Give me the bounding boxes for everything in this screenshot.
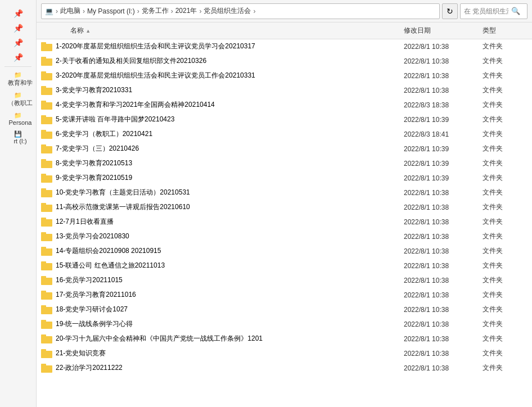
table-row[interactable]: 19-统一战线条例学习心得2022/8/1 10:38文件夹	[37, 317, 532, 332]
file-date: 2022/8/1 10:38	[404, 43, 483, 51]
file-date: 2022/8/1 10:38	[404, 320, 483, 328]
file-name: 1-2020年度基层党组织组织生活会和民主评议党员学习会20210317	[56, 42, 404, 51]
table-row[interactable]: 21-党史知识竞赛2022/8/1 10:38文件夹	[37, 346, 532, 361]
file-type: 文件夹	[483, 290, 528, 300]
table-row[interactable]: 3-2020年度基层党组织组织生活会和民主评议党员工作会202103312022…	[37, 69, 532, 83]
table-row[interactable]: 7-党史学习（三）202104262022/8/1 10:39文件夹	[37, 142, 532, 156]
table-row[interactable]: 9-党史学习教育202105192022/8/1 10:39文件夹	[37, 171, 532, 186]
file-date: 2022/8/1 10:39	[404, 160, 483, 168]
file-type: 文件夹	[483, 100, 528, 110]
breadcrumb-dangwu[interactable]: 党务工作	[142, 6, 169, 16]
file-name: 16-党员学习20211015	[56, 275, 404, 285]
file-name: 12-7月1日收看直播	[56, 217, 404, 227]
file-date: 2022/8/1 10:39	[404, 174, 483, 182]
folder-icon	[41, 276, 52, 285]
table-row[interactable]: 4-党史学习教育和学习2021年全国两会精神202104142022/8/3 1…	[37, 98, 532, 112]
folder-icon	[41, 101, 52, 110]
breadcrumb-sep-4: ›	[171, 7, 173, 15]
file-name: 7-党史学习（三）20210426	[56, 144, 404, 153]
sidebar-item-jiaozhi[interactable]: 📁 （教职工	[0, 89, 36, 110]
breadcrumb-computer-text[interactable]: 此电脑	[60, 6, 80, 16]
search-icon: 🔍	[511, 7, 520, 15]
folder-icon	[41, 320, 52, 329]
table-row[interactable]: 12-7月1日收看直播2022/8/1 10:38文件夹	[37, 215, 532, 229]
file-name: 8-党史学习教育20210513	[56, 159, 404, 168]
file-date: 2022/8/1 10:39	[404, 145, 483, 153]
table-row[interactable]: 3-党史学习教育202103312022/8/1 10:38文件夹	[37, 83, 532, 98]
file-type: 文件夹	[483, 56, 528, 66]
folder-icon	[41, 71, 52, 80]
sidebar-divider	[4, 66, 31, 67]
file-type: 文件夹	[483, 363, 528, 373]
table-row[interactable]: 20-学习十九届六中全会精神和《中国共产党统一战线工作条例》12012022/8…	[37, 332, 532, 346]
file-type: 文件夹	[483, 85, 528, 95]
folder-icon	[41, 42, 52, 51]
table-row[interactable]: 13-党员学习会202108302022/8/1 10:38文件夹	[37, 229, 532, 244]
folder-icon: 📁	[3, 71, 33, 79]
file-date: 2022/8/1 10:38	[404, 72, 483, 80]
table-row[interactable]: 18-党史学习研讨会10272022/8/1 10:38文件夹	[37, 302, 532, 317]
folder-icon-2: 📁	[3, 92, 33, 99]
folder-icon	[41, 305, 52, 314]
address-bar: 💻 › 此电脑 › My Passport (I:) › 党务工作 › 2021…	[37, 0, 532, 22]
folder-icon	[41, 115, 52, 124]
file-name: 11-高校示范微党课第一讲观后报告20210610	[56, 202, 404, 212]
table-row[interactable]: 16-党员学习202110152022/8/1 10:38文件夹	[37, 273, 532, 288]
col-header-name[interactable]: 名称 ▲	[70, 26, 404, 35]
folder-icon	[41, 188, 52, 197]
file-name: 14-专题组织会20210908 20210915	[56, 246, 404, 256]
sidebar-item-passport[interactable]: 💾 rt (I:)	[0, 128, 36, 147]
file-date: 2022/8/1 10:38	[404, 218, 483, 226]
table-row[interactable]: 6-党史学习（教职工）202104212022/8/3 18:41文件夹	[37, 127, 532, 142]
pin-icon-2[interactable]: 📌	[11, 21, 25, 35]
table-row[interactable]: 14-专题组织会20210908 202109152022/8/1 10:38文…	[37, 244, 532, 259]
folder-icon	[41, 218, 52, 227]
folder-icon	[41, 261, 52, 270]
file-type: 文件夹	[483, 232, 528, 241]
sort-arrow-name: ▲	[85, 28, 91, 34]
file-name: 2-关于收看的通知及相关回复组织部文件20210326	[56, 56, 404, 66]
file-date: 2022/8/1 10:38	[404, 262, 483, 270]
sidebar-item-label-3: Persona	[3, 119, 36, 126]
breadcrumb-passport[interactable]: My Passport (I:)	[87, 7, 135, 15]
sidebar-item-jiaoyuhe[interactable]: 📁 教育和学	[0, 69, 36, 89]
table-row[interactable]: 10-党史学习教育（主题党日活动）202105312022/8/1 10:38文…	[37, 186, 532, 200]
table-row[interactable]: 5-党课开讲啦 百年寻路中国梦202104232022/8/1 10:39文件夹	[37, 112, 532, 127]
col-header-type[interactable]: 类型	[483, 26, 528, 35]
pin-icon-3[interactable]: 📌	[11, 36, 25, 49]
table-row[interactable]: 2-关于收看的通知及相关回复组织部文件202103262022/8/1 10:3…	[37, 54, 532, 69]
file-date: 2022/8/1 10:38	[404, 277, 483, 284]
folder-icon	[41, 334, 52, 343]
table-row[interactable]: 8-党史学习教育202105132022/8/1 10:39文件夹	[37, 156, 532, 171]
breadcrumb-computer[interactable]: 💻	[45, 7, 53, 15]
file-date: 2022/8/1 10:38	[404, 306, 483, 314]
breadcrumb-sep-1: ›	[56, 7, 58, 15]
pin-icon-4[interactable]: 📌	[11, 51, 25, 64]
file-name: 18-党史学习研讨会1027	[56, 305, 404, 314]
pin-icon-1[interactable]: 📌	[11, 7, 25, 20]
file-date: 2022/8/1 10:38	[404, 335, 483, 343]
table-row[interactable]: 1-2020年度基层党组织组织生活会和民主评议党员学习会202103172022…	[37, 39, 532, 54]
file-name: 15-联通公司 红色通信之旅20211013	[56, 261, 404, 270]
file-type: 文件夹	[483, 217, 528, 227]
file-date: 2022/8/1 10:38	[404, 189, 483, 197]
file-name: 19-统一战线条例学习心得	[56, 319, 404, 329]
file-name: 3-2020年度基层党组织组织生活会和民主评议党员工作会20210331	[56, 71, 404, 80]
table-row[interactable]: 11-高校示范微党课第一讲观后报告202106102022/8/1 10:38文…	[37, 200, 532, 215]
table-row[interactable]: 17-党员学习教育202110162022/8/1 10:38文件夹	[37, 288, 532, 302]
sidebar-item-label-2: （教职工	[3, 99, 36, 107]
file-date: 2022/8/1 10:38	[404, 247, 483, 255]
folder-icon	[41, 291, 52, 300]
file-date: 2022/8/3 18:41	[404, 130, 483, 138]
breadcrumb-current[interactable]: 党员组织生活会	[204, 6, 251, 16]
col-header-date[interactable]: 修改日期	[404, 26, 483, 35]
file-type: 文件夹	[483, 275, 528, 285]
search-input[interactable]	[464, 7, 509, 15]
file-name: 5-党课开讲啦 百年寻路中国梦20210423	[56, 115, 404, 124]
folder-icon	[41, 364, 52, 373]
table-row[interactable]: 22-政治学习202112222022/8/1 10:38文件夹	[37, 361, 532, 376]
sidebar-item-persona[interactable]: 📁 Persona	[0, 110, 36, 128]
table-row[interactable]: 15-联通公司 红色通信之旅202110132022/8/1 10:38文件夹	[37, 259, 532, 273]
breadcrumb-2021[interactable]: 2021年	[175, 6, 197, 16]
refresh-button[interactable]: ↻	[442, 3, 458, 19]
